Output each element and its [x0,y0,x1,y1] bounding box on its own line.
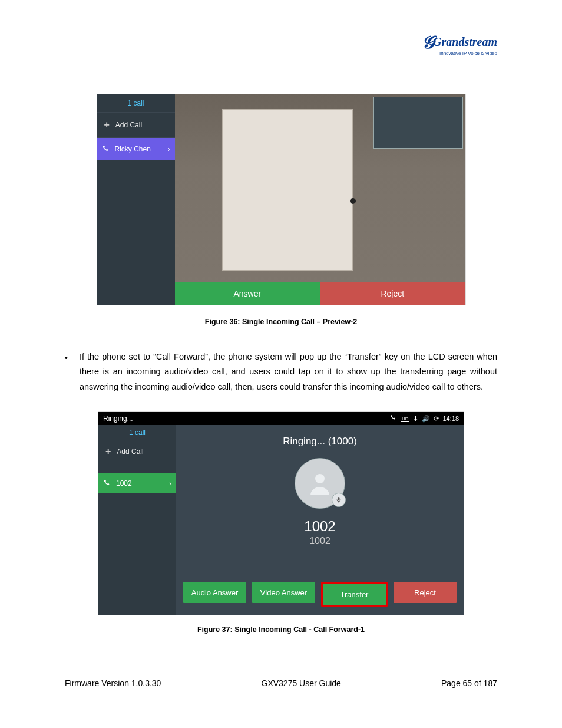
answer-button[interactable]: Answer [175,282,320,305]
self-view-pip [373,97,463,149]
footer-page: Page 65 of 187 [441,678,497,688]
reject-button[interactable]: Reject [320,282,465,305]
incoming-call-panel: Ringing... (1000) 1002 1002 Audio Answer… [176,425,464,615]
sidebar-call-count: 1 call [97,94,175,113]
ringing-title: Ringing... (1000) [283,436,357,447]
transfer-button[interactable]: Transfer [321,582,388,607]
video-preview-area [175,94,465,305]
brand-text: Grandstream [433,35,497,48]
audio-answer-button[interactable]: Audio Answer [183,582,246,603]
sidebar-call-count: 1 call [98,425,176,440]
caller-avatar [295,458,345,509]
sidebar-active-call[interactable]: 1002 › [98,473,176,493]
brand-logo: 𝒢Grandstream Innovative IP Voice & Video [421,32,497,56]
call-forward-icon [390,414,397,423]
call-sidebar: 1 call + Add Call Ricky Chen › [97,94,175,305]
status-icons: HD ⬇ 🔊 ⟳ 14:18 [390,414,459,423]
sidebar-active-call[interactable]: Ricky Chen › [97,138,175,160]
video-preview-scene [222,109,353,271]
footer-title: GXV3275 User Guide [262,678,341,688]
door-knob-icon [350,198,356,204]
sync-icon: ⟳ [434,415,439,423]
bullet-paragraph: • If the phone set to “Call Forward”, th… [65,350,497,394]
active-call-number: 1002 [116,479,132,487]
plus-icon: + [104,120,110,130]
mic-icon [332,493,346,507]
incoming-call-icon [102,145,110,153]
figure-36-screenshot: 1 call + Add Call Ricky Chen › [97,94,465,305]
plus-icon: + [105,446,111,457]
brand-name: 𝒢Grandstream [421,32,497,53]
reject-button[interactable]: Reject [394,582,457,603]
volume-icon: 🔊 [422,415,430,423]
person-icon [306,469,334,498]
svg-point-0 [315,474,325,483]
paragraph-text: If the phone set to “Call Forward”, the … [80,350,497,394]
status-time: 14:18 [442,415,459,422]
chevron-right-icon: › [168,145,170,153]
status-text: Ringing... [103,414,133,423]
brand-swirl-icon: 𝒢 [421,32,433,52]
caller-number-primary: 1002 [304,518,335,535]
chevron-right-icon: › [170,479,171,487]
call-sidebar: 1 call + Add Call 1002 › [98,425,176,615]
status-bar: Ringing... HD ⬇ 🔊 ⟳ 14:18 [98,412,464,425]
footer-firmware: Firmware Version 1.0.3.30 [65,678,161,688]
download-icon: ⬇ [413,415,418,423]
figure-37-screenshot: Ringing... HD ⬇ 🔊 ⟳ 14:18 1 call + Add C… [98,412,464,615]
incoming-call-icon [103,479,111,487]
bullet-icon: • [65,350,68,394]
figure-36-caption: Figure 36: Single Incoming Call – Previe… [65,318,497,326]
caller-number-secondary: 1002 [309,536,330,546]
hd-icon: HD [401,416,410,422]
call-action-bar: Audio Answer Video Answer Transfer Rejec… [183,582,457,607]
video-answer-button[interactable]: Video Answer [252,582,315,603]
add-call-label: Add Call [115,121,142,129]
call-action-bar: Answer Reject [175,282,465,305]
figure-37-caption: Figure 37: Single Incoming Call - Call F… [65,625,497,634]
add-call-button[interactable]: + Add Call [98,440,176,463]
add-call-button[interactable]: + Add Call [97,113,175,138]
add-call-label: Add Call [117,447,143,456]
active-caller-name: Ricky Chen [115,145,151,153]
page-footer: Firmware Version 1.0.3.30 GXV3275 User G… [65,678,497,688]
